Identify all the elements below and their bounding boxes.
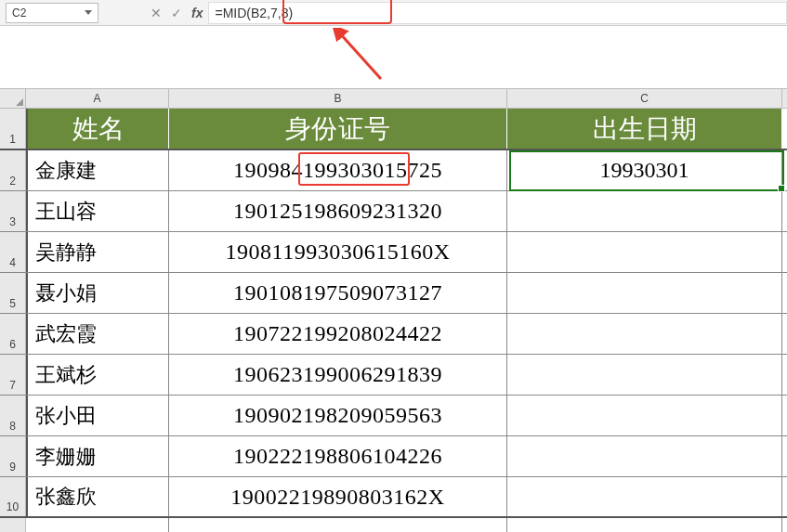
row-header[interactable]: 6 [0,314,26,354]
formula-input[interactable]: =MID(B2,7,8) [208,2,787,24]
row-header-1[interactable]: 1 [0,109,26,149]
fx-icon[interactable]: fx [191,6,203,20]
column-header-C[interactable]: C [507,89,782,108]
cell-dob[interactable] [507,396,782,435]
name-box-value: C2 [12,6,26,19]
formula-text: =MID(B2,7,8) [215,6,293,20]
cell-name[interactable]: 吴静静 [26,232,169,272]
table-row: 8 张小田 190902198209059563 [0,396,787,436]
row-header[interactable] [0,518,26,532]
cell-dob[interactable]: 19930301 [507,150,782,190]
cell-id[interactable]: 190984199303015725 [169,150,507,190]
table-row-empty [0,518,787,532]
table-row: 10 张鑫欣 19002219890803162X [0,477,787,518]
cell-name[interactable]: 张小田 [26,396,169,435]
table-row: 2 金康建 190984199303015725 19930301 [0,150,787,191]
header-id[interactable]: 身份证号 [169,109,507,149]
cell-name[interactable]: 张鑫欣 [26,477,169,516]
cell-id[interactable]: 190108197509073127 [169,273,507,313]
cell-name[interactable]: 武宏霞 [26,314,169,354]
cell-name[interactable]: 王山容 [26,191,169,231]
svg-line-0 [339,32,381,79]
table-row: 5 聂小娟 190108197509073127 [0,273,787,314]
cell-id[interactable]: 190902198209059563 [169,396,507,435]
cell-name[interactable]: 王斌杉 [26,355,169,395]
row-header[interactable]: 7 [0,355,26,395]
row-header[interactable]: 9 [0,436,26,476]
name-box-dropdown-icon[interactable] [85,10,92,15]
column-headers-row: A B C [0,88,787,109]
table-row: 6 武宏霞 190722199208024422 [0,314,787,355]
table-row: 4 吴静静 190811993030615160X [0,232,787,273]
table-row: 7 王斌杉 190623199006291839 [0,355,787,396]
column-header-A[interactable]: A [26,89,169,108]
confirm-icon[interactable]: ✓ [171,6,182,20]
cell-dob[interactable] [507,436,782,476]
header-dob[interactable]: 出生日期 [507,109,782,149]
row-header[interactable]: 4 [0,232,26,272]
cell-id[interactable]: 190125198609231320 [169,191,507,231]
cell-id[interactable]: 190623199006291839 [169,355,507,395]
column-header-B[interactable]: B [169,89,507,108]
cell-name[interactable]: 李姗姗 [26,436,169,476]
spreadsheet-grid: A B C 1 姓名 身份证号 出生日期 2 金康建 1909841993030… [0,88,787,532]
row-header[interactable]: 5 [0,273,26,313]
table-row: 3 王山容 190125198609231320 [0,191,787,232]
cell-id[interactable]: 190811993030615160X [169,232,507,272]
formula-bar-icons: ✕ ✓ fx [151,6,203,20]
cell-id[interactable]: 190722199208024422 [169,314,507,354]
row-header[interactable]: 2 [0,150,26,190]
row-header[interactable]: 8 [0,396,26,435]
cell-dob[interactable] [507,273,782,313]
table-header-row: 1 姓名 身份证号 出生日期 [0,109,787,150]
table-row: 9 李姗姗 190222198806104226 [0,436,787,477]
cell-name[interactable]: 聂小娟 [26,273,169,313]
arrow-annotation [330,28,404,88]
row-header[interactable]: 3 [0,191,26,231]
cell-empty[interactable] [26,518,169,532]
cell-empty[interactable] [507,518,782,532]
cell-empty[interactable] [169,518,507,532]
cell-id[interactable]: 190222198806104226 [169,436,507,476]
cell-id[interactable]: 19002219890803162X [169,477,507,516]
cell-dob[interactable] [507,314,782,354]
row-header[interactable]: 10 [0,477,26,516]
cell-dob[interactable] [507,477,782,516]
rows-container: 1 姓名 身份证号 出生日期 2 金康建 190984199303015725 … [0,109,787,532]
name-box[interactable]: C2 [6,3,98,23]
cell-dob[interactable] [507,191,782,231]
cell-name[interactable]: 金康建 [26,150,169,190]
header-name[interactable]: 姓名 [26,109,169,149]
cancel-icon[interactable]: ✕ [151,6,162,20]
cell-dob[interactable] [507,232,782,272]
cell-dob[interactable] [507,355,782,395]
formula-bar: C2 ✕ ✓ fx =MID(B2,7,8) [0,0,787,26]
select-all-button[interactable] [0,89,26,108]
